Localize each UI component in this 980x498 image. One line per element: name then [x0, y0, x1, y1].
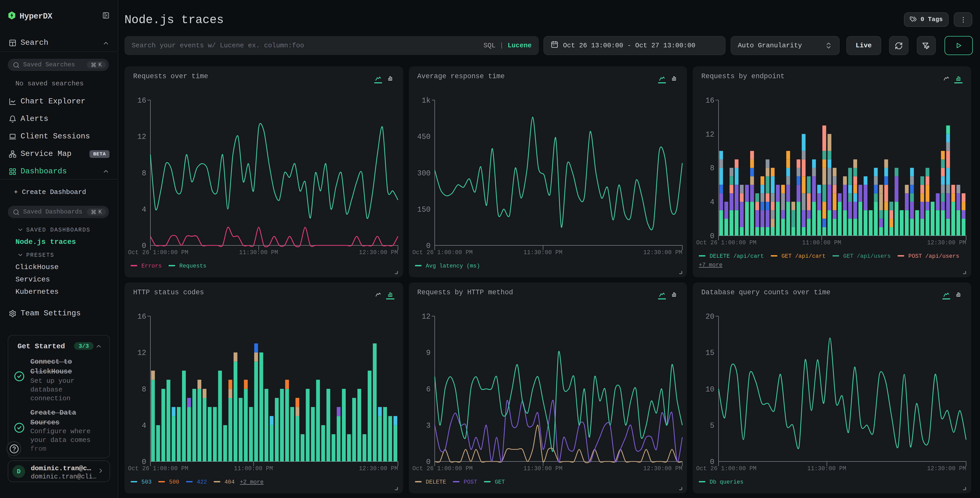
svg-text:450: 450: [417, 133, 430, 141]
svg-text:8: 8: [142, 385, 146, 394]
svg-text:8: 8: [142, 169, 146, 178]
svg-text:16: 16: [137, 96, 146, 105]
svg-text:8: 8: [710, 164, 714, 172]
svg-text:Oct 26 1:00:00 PM: Oct 26 1:00:00 PM: [696, 465, 757, 472]
svg-text:11:30:00 PM: 11:30:00 PM: [523, 249, 562, 256]
svg-text:Oct 26 1:00:00 PM: Oct 26 1:00:00 PM: [412, 465, 473, 472]
svg-text:3: 3: [426, 421, 430, 430]
svg-text:4: 4: [142, 206, 146, 214]
svg-text:11:30:00 PM: 11:30:00 PM: [807, 465, 846, 472]
svg-text:Errors: Errors: [142, 263, 162, 269]
svg-text:DELETE: DELETE: [425, 479, 446, 485]
svg-text:11:30:00 PM: 11:30:00 PM: [523, 465, 562, 472]
svg-text:Avg latency (ms): Avg latency (ms): [425, 263, 480, 269]
svg-text:12: 12: [422, 313, 430, 321]
svg-text:4: 4: [142, 421, 146, 430]
svg-text:12:30:00 PM: 12:30:00 PM: [643, 249, 682, 256]
svg-text:12: 12: [137, 133, 146, 141]
svg-text:+7 more: +7 more: [699, 262, 722, 268]
svg-text:GET: GET: [494, 479, 505, 485]
svg-text:16: 16: [137, 313, 146, 321]
svg-text:+2 more: +2 more: [240, 479, 264, 485]
svg-text:5: 5: [710, 421, 714, 430]
svg-text:11:00:00 PM: 11:00:00 PM: [234, 465, 273, 472]
svg-text:503: 503: [142, 479, 152, 485]
svg-text:10: 10: [705, 385, 714, 394]
svg-text:6: 6: [426, 385, 430, 394]
svg-text:GET /api/cart: GET /api/cart: [781, 253, 826, 260]
svg-text:16: 16: [705, 96, 714, 105]
svg-text:GET /api/users: GET /api/users: [843, 253, 891, 260]
svg-text:15: 15: [705, 349, 714, 357]
svg-text:4: 4: [710, 198, 714, 207]
svg-text:12:30:00 PM: 12:30:00 PM: [927, 239, 966, 246]
svg-text:Oct 26 1:00:00 PM: Oct 26 1:00:00 PM: [128, 249, 188, 256]
svg-text:POST: POST: [463, 479, 477, 485]
svg-text:404: 404: [224, 479, 235, 485]
svg-text:12:30:00 PM: 12:30:00 PM: [359, 465, 398, 472]
svg-text:9: 9: [426, 349, 430, 357]
svg-text:POST /api/users: POST /api/users: [908, 253, 959, 260]
svg-text:12: 12: [137, 349, 146, 357]
svg-text:DELETE /api/cart: DELETE /api/cart: [710, 253, 764, 260]
svg-text:150: 150: [417, 206, 430, 214]
svg-text:12: 12: [705, 131, 714, 139]
svg-text:12:30:00 PM: 12:30:00 PM: [927, 465, 966, 472]
svg-text:1k: 1k: [422, 96, 430, 105]
svg-text:300: 300: [417, 169, 430, 178]
svg-text:Oct 26 1:00:00 PM: Oct 26 1:00:00 PM: [128, 465, 188, 472]
svg-text:Requests: Requests: [179, 263, 207, 269]
svg-text:12:30:00 PM: 12:30:00 PM: [359, 249, 398, 256]
svg-text:Oct 26 1:00:00 PM: Oct 26 1:00:00 PM: [696, 239, 757, 246]
svg-text:11:00:00 PM: 11:00:00 PM: [802, 239, 841, 246]
svg-text:500: 500: [169, 479, 180, 485]
svg-text:11:30:00 PM: 11:30:00 PM: [239, 249, 278, 256]
svg-text:422: 422: [197, 479, 207, 485]
svg-text:Db queries: Db queries: [710, 479, 743, 485]
svg-text:20: 20: [705, 313, 714, 321]
svg-text:12:30:00 PM: 12:30:00 PM: [643, 465, 682, 472]
svg-text:Oct 26 1:00:00 PM: Oct 26 1:00:00 PM: [412, 249, 473, 256]
